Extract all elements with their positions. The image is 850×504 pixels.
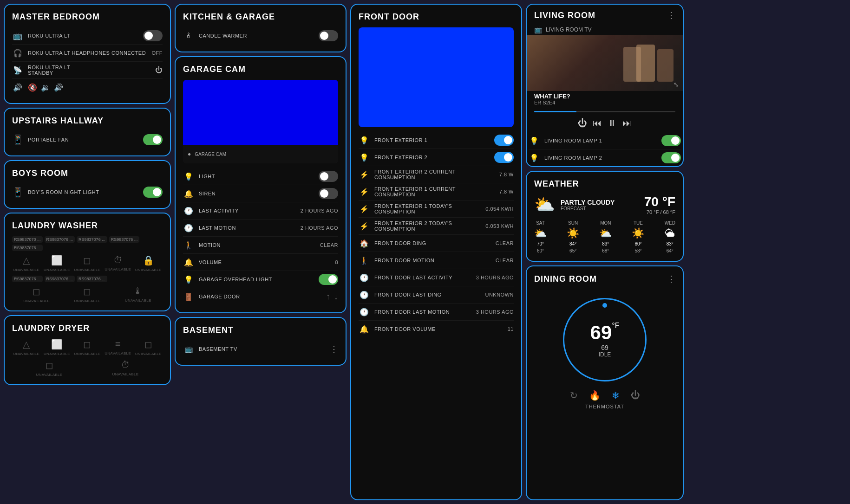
lamp1-label: LIVING ROOM LAMP 1 <box>544 138 657 143</box>
overhead-light-toggle[interactable] <box>319 274 338 285</box>
device-row-lamp2: 💡 LIVING ROOM LAMP 2 <box>529 149 681 166</box>
thermostat-temp-display: 69 °F <box>590 322 620 344</box>
last-motion-icon: 🕐 <box>183 222 194 233</box>
door-last-ding-value: UNKNOWN <box>485 292 514 297</box>
basement-tv-menu-btn[interactable]: ⋮ <box>330 344 338 354</box>
living-room-tv-label: LIVING ROOM TV <box>546 26 591 33</box>
garage-door-up-btn[interactable]: ↑ <box>326 292 330 302</box>
boys-room-card: BOYS ROOM 📱 BOY'S ROOM NIGHT LIGHT <box>4 160 171 209</box>
vol-down-btn[interactable]: 🔉 <box>41 83 50 92</box>
dry-icon-6: ◻ <box>46 360 53 371</box>
last-activity-icon: 🕐 <box>183 205 194 216</box>
thermostat-snowflake-btn[interactable]: ❄ <box>612 390 620 401</box>
nightlight-toggle[interactable] <box>143 187 163 198</box>
fan-toggle[interactable] <box>143 134 163 145</box>
door-last-motion-value: 3 HOURS AGO <box>476 309 514 315</box>
hallway-title: UPSTAIRS HALLWAY <box>12 116 163 126</box>
tv-next-btn[interactable]: ⏭ <box>622 118 632 129</box>
wash-label-8: UNAVAILABLE <box>125 298 151 303</box>
wash-label-4: UNAVAILABLE <box>105 267 131 271</box>
consumption2-value: 7.8 W <box>499 172 514 177</box>
candle-toggle[interactable] <box>319 30 338 41</box>
dry-icon-1: △ <box>23 339 30 350</box>
device-row-garage-volume: 🔔 VOLUME 8 <box>183 254 338 271</box>
tv-prev-btn[interactable]: ⏮ <box>593 118 602 129</box>
thermostat-controls: ↻ 🔥 ❄ ⏻ <box>570 390 640 401</box>
garage-door-label: GARAGE DOOR <box>199 294 321 299</box>
consumption1-value: 7.8 W <box>499 189 514 194</box>
wash-icon-2: ⬜ <box>51 255 63 266</box>
camera-video <box>183 80 338 145</box>
tv-pause-btn[interactable]: ⏸ <box>608 118 617 129</box>
cast-icon: 📺 <box>534 26 542 33</box>
vol-up-btn[interactable]: 🔊 <box>54 83 63 92</box>
device-row-candle: 🕯 CANDLE WARMER <box>183 27 338 44</box>
washer-ids-row1: RS9837070 ... RS9837076 ... RS9837076 ..… <box>12 236 163 251</box>
forecast-mon-icon: ⛅ <box>599 227 612 239</box>
garage-light-toggle[interactable] <box>319 171 338 182</box>
device-row-consumption2: ⚡ FRONT EXTERIOR 2 CURRENT CONSUMPTION 7… <box>359 166 514 183</box>
thermostat-flame-btn[interactable]: 🔥 <box>589 390 601 401</box>
thermostat-mode-label: IDLE <box>599 351 611 358</box>
forecast-tue-name: TUE <box>634 220 643 226</box>
thermostat-refresh-btn[interactable]: ↻ <box>570 390 578 401</box>
master-bedroom-card: MASTER BEDROOM 📺 ROKU ULTRA LT 🎧 ROKU UL… <box>4 4 171 104</box>
column-2: KITCHEN & GARAGE 🕯 CANDLE WARMER GARAGE … <box>175 4 347 500</box>
tv-power-btn[interactable]: ⏻ <box>578 118 587 129</box>
weather-subtext: FORECAST <box>561 206 615 211</box>
forecast-sat: SAT ⛅ 70° 60° <box>534 220 547 253</box>
dining-room-header: DINING ROOM ⋮ <box>534 274 675 284</box>
siren-icon: 🔔 <box>183 188 194 199</box>
exterior1-toggle[interactable] <box>494 135 514 146</box>
tv-status-row: 📺 LIVING ROOM TV <box>527 24 683 35</box>
device-row-today1: ⚡ FRONT EXTERIOR 1 TODAY'S CONSUMPTION 0… <box>359 200 514 218</box>
power-icon[interactable]: ⏻ <box>155 66 163 74</box>
washer-item-5: 🔒UNAVAILABLE <box>134 255 163 272</box>
device-row-standby: 📡 ROKU ULTRA LTSTANDBY ⏻ <box>12 62 163 79</box>
forecast-wed-icon: 🌥 <box>665 227 675 239</box>
device-row-last-motion: 🕐 LAST MOTION 2 HOURS AGO <box>183 220 338 237</box>
door-last-motion-label: FRONT DOOR LAST MOTION <box>374 309 471 315</box>
lamp2-toggle[interactable] <box>661 152 681 163</box>
dry-icon-2: ⬜ <box>51 339 63 350</box>
ding-label: FRONT DOOR DING <box>374 240 491 246</box>
camera-bottom-bar: ● GARAGE CAM <box>183 145 338 163</box>
dining-room-menu-btn[interactable]: ⋮ <box>667 274 675 284</box>
garage-volume-icon: 🔔 <box>183 257 194 268</box>
garage-light-label: LIGHT <box>199 174 314 179</box>
weather-hilo: 70 °F / 68 °F <box>644 209 675 215</box>
thermostat-power-btn[interactable]: ⏻ <box>631 390 640 401</box>
dryer-item-1: △UNAVAILABLE <box>12 339 41 356</box>
last-activity-label: LAST ACTIVITY <box>199 208 296 213</box>
device-row-door-last-motion: 🕐 FRONT DOOR LAST MOTION 3 HOURS AGO <box>359 304 514 321</box>
washer-id-4: RS9837076 ... <box>109 236 140 243</box>
roku1-toggle[interactable] <box>143 30 163 41</box>
dryer-item-7: ⏱UNAVAILABLE <box>88 360 163 377</box>
living-room-lamps: 💡 LIVING ROOM LAMP 1 💡 LIVING ROOM LAMP … <box>527 132 683 166</box>
ding-value: CLEAR <box>496 240 514 246</box>
forecast-sat-low: 60° <box>537 248 544 253</box>
dry-icon-4: ≡ <box>115 339 121 349</box>
overhead-light-icon: 💡 <box>183 274 194 285</box>
washer-id-1: RS9837070 ... <box>12 236 43 243</box>
exterior2-toggle[interactable] <box>494 152 514 163</box>
living-room-menu-btn[interactable]: ⋮ <box>667 10 675 20</box>
lamp1-toggle[interactable] <box>661 135 681 146</box>
tv-expand-icon[interactable]: ⤡ <box>673 81 679 88</box>
wash-icon-7: ◻ <box>83 286 91 297</box>
wash-icon-6: ◻ <box>33 286 40 297</box>
tv-video-content: ⤡ <box>527 35 683 91</box>
garage-door-down-btn[interactable]: ↓ <box>334 292 338 302</box>
vol-mute-btn[interactable]: 🔇 <box>28 83 37 92</box>
forecast-sat-name: SAT <box>536 220 545 226</box>
garage-cam-title: GARAGE CAM <box>183 65 338 74</box>
dry-icon-7: ⏱ <box>121 360 130 370</box>
last-motion-value: 2 HOURS AGO <box>301 225 338 231</box>
wash-icon-8: 🌡 <box>133 286 143 297</box>
today2-icon: ⚡ <box>359 220 370 232</box>
tv-episode: ER S2E4 <box>534 100 675 105</box>
headphones-value: OFF <box>152 50 163 56</box>
door-volume-icon: 🔔 <box>359 323 370 335</box>
siren-toggle[interactable] <box>319 188 338 199</box>
dry-label-7: UNAVAILABLE <box>112 372 139 376</box>
